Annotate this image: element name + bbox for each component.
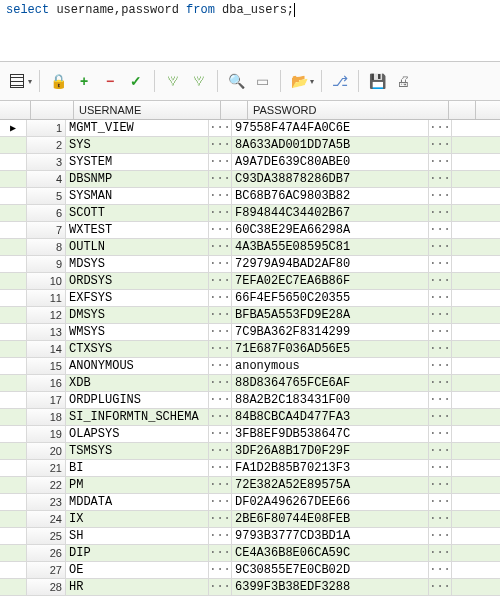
- cell-editor-button[interactable]: ···: [209, 409, 232, 425]
- cell-editor-button[interactable]: ···: [429, 477, 452, 493]
- cell-editor-button[interactable]: ···: [429, 256, 452, 272]
- cell-editor-button[interactable]: ···: [209, 154, 232, 170]
- cell-editor-button[interactable]: ···: [209, 188, 232, 204]
- cell-username[interactable]: IX: [66, 511, 209, 527]
- table-row[interactable]: 3SYSTEM···A9A7DE639C80ABE0···: [0, 154, 500, 171]
- cell-username[interactable]: DIP: [66, 545, 209, 561]
- table-row[interactable]: 21BI···FA1D2B85B70213F3···: [0, 460, 500, 477]
- cell-editor-button[interactable]: ···: [209, 239, 232, 255]
- cell-editor-button[interactable]: ···: [209, 528, 232, 544]
- table-row[interactable]: 11EXFSYS···66F4EF5650C20355···: [0, 290, 500, 307]
- cell-editor-button[interactable]: ···: [429, 239, 452, 255]
- table-row[interactable]: 2SYS···8A633AD001DD7A5B···: [0, 137, 500, 154]
- add-row-button[interactable]: +: [73, 69, 95, 93]
- cell-password[interactable]: 71E687F036AD56E5: [232, 341, 429, 357]
- cell-editor-button[interactable]: ···: [429, 426, 452, 442]
- cell-password[interactable]: anonymous: [232, 358, 429, 374]
- cell-password[interactable]: 7EFA02EC7EA6B86F: [232, 273, 429, 289]
- cell-editor-button[interactable]: ···: [429, 358, 452, 374]
- cell-username[interactable]: BI: [66, 460, 209, 476]
- cell-password[interactable]: F894844C34402B67: [232, 205, 429, 221]
- cell-editor-button[interactable]: ···: [429, 443, 452, 459]
- cell-password[interactable]: 8A633AD001DD7A5B: [232, 137, 429, 153]
- cell-username[interactable]: SYSTEM: [66, 154, 209, 170]
- cell-password[interactable]: 84B8CBCA4D477FA3: [232, 409, 429, 425]
- cell-password[interactable]: 72979A94BAD2AF80: [232, 256, 429, 272]
- save-button[interactable]: 💾: [366, 69, 388, 93]
- cell-username[interactable]: OLAPSYS: [66, 426, 209, 442]
- table-row[interactable]: 9MDSYS···72979A94BAD2AF80···: [0, 256, 500, 273]
- cell-username[interactable]: ANONYMOUS: [66, 358, 209, 374]
- cell-username[interactable]: SYSMAN: [66, 188, 209, 204]
- cell-username[interactable]: SYS: [66, 137, 209, 153]
- query-builder-button[interactable]: ⎇: [329, 69, 351, 93]
- export-button[interactable]: 📂: [288, 69, 310, 93]
- cell-password[interactable]: 97558F47A4FA0C6E: [232, 120, 429, 136]
- cell-password[interactable]: 88D8364765FCE6AF: [232, 375, 429, 391]
- cell-editor-button[interactable]: ···: [429, 511, 452, 527]
- fetch-all-button[interactable]: ⩔: [188, 69, 210, 93]
- table-row[interactable]: 24IX···2BE6F80744E08FEB···: [0, 511, 500, 528]
- cell-editor-button[interactable]: ···: [209, 341, 232, 357]
- delete-row-button[interactable]: −: [99, 69, 121, 93]
- cell-password[interactable]: 6399F3B38EDF3288: [232, 579, 429, 595]
- cell-password[interactable]: 3DF26A8B17D0F29F: [232, 443, 429, 459]
- cell-password[interactable]: 9793B3777CD3BD1A: [232, 528, 429, 544]
- cell-editor-button[interactable]: ···: [209, 358, 232, 374]
- table-row[interactable]: 26DIP···CE4A36B8E06CA59C···: [0, 545, 500, 562]
- cell-password[interactable]: 2BE6F80744E08FEB: [232, 511, 429, 527]
- cell-username[interactable]: OUTLN: [66, 239, 209, 255]
- cell-editor-button[interactable]: ···: [429, 409, 452, 425]
- table-row[interactable]: 16XDB···88D8364765FCE6AF···: [0, 375, 500, 392]
- table-row[interactable]: 20TSMSYS···3DF26A8B17D0F29F···: [0, 443, 500, 460]
- cell-editor-button[interactable]: ···: [209, 273, 232, 289]
- grid-view-button[interactable]: [6, 69, 28, 93]
- table-row[interactable]: 4DBSNMP···C93DA38878286DB7···: [0, 171, 500, 188]
- sql-editor[interactable]: select username,password from dba_users;: [0, 0, 500, 61]
- cell-password[interactable]: C93DA38878286DB7: [232, 171, 429, 187]
- cell-editor-button[interactable]: ···: [429, 290, 452, 306]
- print-button[interactable]: 🖨: [392, 69, 414, 93]
- cell-editor-button[interactable]: ···: [429, 494, 452, 510]
- cell-editor-button[interactable]: ···: [429, 222, 452, 238]
- cell-editor-button[interactable]: ···: [429, 120, 452, 136]
- cell-password[interactable]: DF02A496267DEE66: [232, 494, 429, 510]
- cell-editor-button[interactable]: ···: [429, 562, 452, 578]
- cell-username[interactable]: OE: [66, 562, 209, 578]
- cell-username[interactable]: ORDPLUGINS: [66, 392, 209, 408]
- cell-username[interactable]: EXFSYS: [66, 290, 209, 306]
- cell-editor-button[interactable]: ···: [209, 222, 232, 238]
- cell-password[interactable]: 3FB8EF9DB538647C: [232, 426, 429, 442]
- cell-editor-button[interactable]: ···: [209, 511, 232, 527]
- cell-editor-button[interactable]: ···: [209, 443, 232, 459]
- cell-username[interactable]: CTXSYS: [66, 341, 209, 357]
- cell-password[interactable]: BFBA5A553FD9E28A: [232, 307, 429, 323]
- cell-editor-button[interactable]: ···: [429, 375, 452, 391]
- cell-editor-button[interactable]: ···: [209, 375, 232, 391]
- cell-password[interactable]: A9A7DE639C80ABE0: [232, 154, 429, 170]
- cell-editor-button[interactable]: ···: [429, 307, 452, 323]
- single-record-button[interactable]: ▭: [251, 69, 273, 93]
- table-row[interactable]: 15ANONYMOUS···anonymous···: [0, 358, 500, 375]
- cell-editor-button[interactable]: ···: [209, 392, 232, 408]
- cell-editor-button[interactable]: ···: [429, 188, 452, 204]
- cell-editor-button[interactable]: ···: [209, 290, 232, 306]
- cell-username[interactable]: WMSYS: [66, 324, 209, 340]
- commit-button[interactable]: ✓: [125, 69, 147, 93]
- cell-editor-button[interactable]: ···: [209, 545, 232, 561]
- dropdown-caret-icon[interactable]: ▾: [310, 77, 314, 86]
- cell-editor-button[interactable]: ···: [209, 562, 232, 578]
- table-row[interactable]: 7WXTEST···60C38E29EA66298A···: [0, 222, 500, 239]
- cell-editor-button[interactable]: ···: [429, 171, 452, 187]
- cell-password[interactable]: 88A2B2C183431F00: [232, 392, 429, 408]
- cell-editor-button[interactable]: ···: [209, 256, 232, 272]
- table-row[interactable]: 13WMSYS···7C9BA362F8314299···: [0, 324, 500, 341]
- cell-editor-button[interactable]: ···: [429, 205, 452, 221]
- cell-editor-button[interactable]: ···: [209, 494, 232, 510]
- cell-password[interactable]: CE4A36B8E06CA59C: [232, 545, 429, 561]
- table-row[interactable]: 10ORDSYS···7EFA02EC7EA6B86F···: [0, 273, 500, 290]
- cell-editor-button[interactable]: ···: [209, 171, 232, 187]
- cell-password[interactable]: FA1D2B85B70213F3: [232, 460, 429, 476]
- cell-username[interactable]: SCOTT: [66, 205, 209, 221]
- cell-username[interactable]: MDDATA: [66, 494, 209, 510]
